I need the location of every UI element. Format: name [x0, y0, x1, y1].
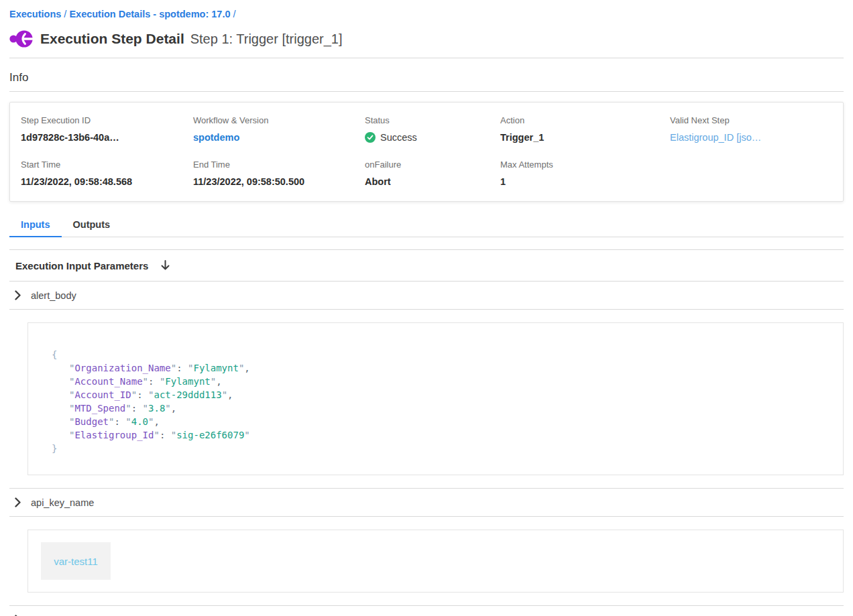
section-label: api_key_name	[31, 497, 94, 508]
section-row-api-key-name[interactable]: api_key_name	[9, 489, 844, 516]
page-header: Execution Step Detail Step 1: Trigger [t…	[9, 29, 844, 49]
info-field-empty	[670, 160, 832, 187]
info-field-onfailure: onFailure Abort	[365, 160, 500, 187]
breadcrumb: Executions/Execution Details - spotdemo:…	[9, 0, 844, 19]
chevron-right-icon	[15, 497, 21, 507]
field-label: Max Attempts	[500, 160, 670, 170]
page: Executions/Execution Details - spotdemo:…	[0, 0, 853, 616]
divider	[9, 516, 844, 517]
breadcrumb-link-execution-details[interactable]: Execution Details - spotdemo: 17.0	[69, 9, 230, 19]
info-field-action: Action Trigger_1	[500, 115, 670, 143]
value-panel: var-test11	[27, 530, 844, 593]
tab-inputs[interactable]: Inputs	[9, 219, 62, 237]
field-value: 11/23/2022, 09:58:50.500	[193, 176, 365, 187]
breadcrumb-separator: /	[61, 9, 69, 19]
chevron-right-icon	[15, 290, 21, 300]
breadcrumb-link-executions[interactable]: Executions	[9, 9, 61, 19]
params-header-label: Execution Input Parameters	[15, 260, 148, 271]
section-row-alert-body[interactable]: alert_body	[9, 282, 844, 309]
field-label: onFailure	[365, 160, 500, 170]
page-subtitle: Step 1: Trigger [trigger_1]	[190, 32, 343, 47]
arrow-down-icon[interactable]	[160, 259, 171, 271]
info-field-max-attempts: Max Attempts 1	[500, 160, 670, 187]
field-value: Trigger_1	[500, 132, 670, 143]
field-value: 11/23/2022, 09:58:48.568	[21, 176, 193, 187]
info-field-valid-next-step: Valid Next Step Elastigroup_ID [jso…	[670, 115, 832, 143]
info-field-status: Status Success	[365, 115, 500, 143]
info-card: Step Execution ID 1d97828c-13b6-40a… Wor…	[9, 102, 844, 202]
json-panel: {"Organization_Name": "Fylamynt","Accoun…	[27, 322, 844, 475]
status-badge: Success	[365, 132, 500, 143]
tab-bar: Inputs Outputs	[9, 219, 844, 237]
workflow-link[interactable]: spotdemo	[193, 132, 365, 143]
status-text: Success	[380, 132, 417, 143]
json-code: {"Organization_Name": "Fylamynt","Accoun…	[52, 348, 836, 455]
field-label: Start Time	[21, 160, 193, 170]
section-row-api-key-value[interactable]: api_key_value	[9, 606, 844, 616]
field-value: 1	[500, 176, 670, 187]
field-label: Status	[365, 115, 500, 125]
check-circle-icon	[365, 132, 376, 143]
info-field-workflow-version: Workflow & Version spotdemo	[193, 115, 365, 143]
tab-outputs[interactable]: Outputs	[62, 219, 122, 237]
info-heading: Info	[9, 71, 844, 84]
field-label: Workflow & Version	[193, 115, 365, 125]
field-label: Step Execution ID	[21, 115, 193, 125]
info-field-start-time: Start Time 11/23/2022, 09:58:48.568	[21, 160, 193, 187]
page-title: Execution Step Detail	[40, 31, 184, 47]
info-field-end-time: End Time 11/23/2022, 09:58:50.500	[193, 160, 365, 187]
divider	[9, 58, 844, 58]
field-label: End Time	[193, 160, 365, 170]
section-label: alert_body	[31, 290, 76, 301]
field-value: 1d97828c-13b6-40a…	[21, 132, 193, 143]
fylamynt-logo-icon	[9, 29, 34, 49]
field-label: Action	[500, 115, 670, 125]
params-header: Execution Input Parameters	[9, 250, 844, 281]
info-field-step-execution-id: Step Execution ID 1d97828c-13b6-40a…	[21, 115, 193, 143]
field-value: Abort	[365, 176, 500, 187]
api-key-name-chip: var-test11	[41, 542, 111, 580]
field-label: Valid Next Step	[670, 115, 832, 125]
breadcrumb-separator: /	[231, 9, 239, 19]
info-grid: Step Execution ID 1d97828c-13b6-40a… Wor…	[21, 115, 832, 187]
divider	[9, 309, 844, 310]
divider	[9, 91, 844, 92]
next-step-link[interactable]: Elastigroup_ID [jso…	[670, 132, 832, 143]
